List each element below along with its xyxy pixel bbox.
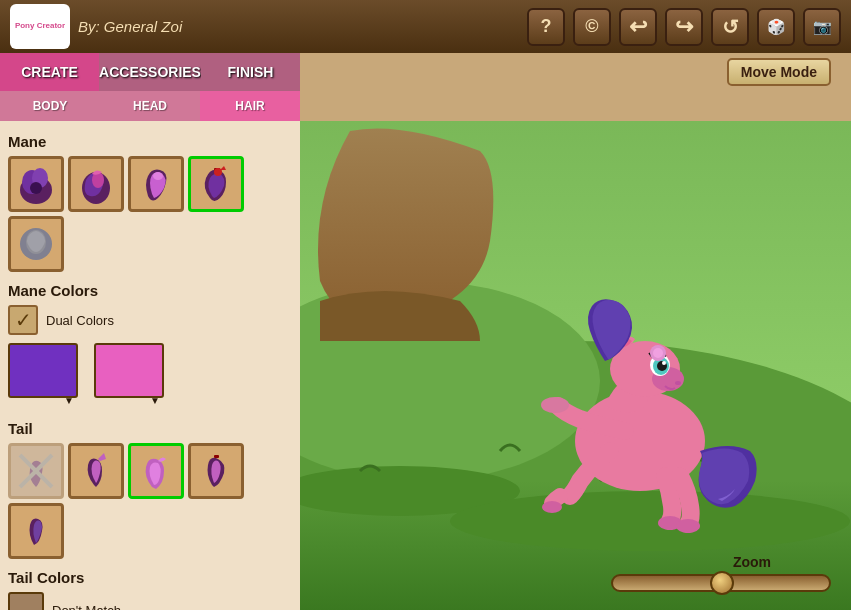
mane-color-2-swatch[interactable]: ▼ [94, 343, 164, 408]
zoom-label: Zoom [733, 554, 771, 570]
main-layout: Mane [0, 121, 851, 610]
mane-colors-title: Mane Colors [8, 282, 292, 299]
svg-point-35 [676, 519, 700, 533]
sub-tab-body[interactable]: BODY [0, 91, 100, 121]
dual-colors-label: Dual Colors [46, 313, 114, 328]
color-swatches-row: ▼ ▼ [8, 343, 292, 408]
tail-options-grid [8, 443, 292, 559]
svg-point-19 [450, 491, 850, 551]
tail-title: Tail [8, 420, 292, 437]
zoom-container: Zoom [611, 554, 831, 592]
tail-option-4[interactable] [188, 443, 244, 499]
tab-create[interactable]: CREATE [0, 53, 99, 91]
mane-color-2-arrow: ▼ [150, 395, 160, 406]
tab-accessories[interactable]: ACCESSORIES [99, 53, 201, 91]
mane-option-1[interactable] [8, 156, 64, 212]
mane-color-1 [8, 343, 78, 398]
svg-point-27 [662, 361, 666, 365]
undo-button[interactable]: ↩ [619, 8, 657, 46]
redo-button[interactable]: ↪ [665, 8, 703, 46]
mane-option-5[interactable] [8, 216, 64, 272]
right-nav-area: Move Mode [300, 54, 851, 90]
tab-finish[interactable]: FINISH [201, 53, 300, 91]
zoom-slider-track[interactable] [611, 574, 831, 592]
mane-color-1-arrow: ▼ [64, 395, 74, 406]
mane-option-3[interactable] [128, 156, 184, 212]
mane-color-2 [94, 343, 164, 398]
camera-button[interactable]: 📷 [803, 8, 841, 46]
sub-tab-head[interactable]: HEAD [100, 91, 200, 121]
dont-match-row: Don't Match [8, 592, 292, 610]
nav-tabs: CREATE ACCESSORIES FINISH [0, 53, 300, 91]
app-logo: Pony Creator [10, 4, 70, 49]
sub-tabs: BODY HEAD HAIR [0, 91, 300, 121]
left-panel: Mane [0, 121, 300, 610]
mane-colors-section: ✓ Dual Colors ▼ ▼ [8, 305, 292, 408]
tail-option-2[interactable] [68, 443, 124, 499]
copyright-button[interactable]: © [573, 8, 611, 46]
mane-options-grid [8, 156, 292, 272]
mane-title: Mane [8, 133, 292, 150]
svg-point-6 [153, 172, 163, 180]
scene-svg [300, 121, 851, 610]
right-panel: Zoom [300, 121, 851, 610]
author-text: By: General Zoi [78, 18, 519, 35]
dual-colors-row: ✓ Dual Colors [8, 305, 292, 335]
sub-tab-hair[interactable]: HAIR [200, 91, 300, 121]
svg-point-32 [653, 348, 663, 358]
svg-point-3 [30, 182, 42, 194]
top-bar: Pony Creator By: General Zoi ? © ↩ ↪ ↺ 🎲… [0, 0, 851, 53]
move-mode-button[interactable]: Move Mode [727, 58, 831, 86]
svg-point-23 [675, 381, 681, 385]
nav-row: CREATE ACCESSORIES FINISH Move Mode [0, 53, 851, 91]
random-button[interactable]: 🎲 [757, 8, 795, 46]
tail-option-3[interactable] [128, 443, 184, 499]
tail-option-1[interactable] [8, 443, 64, 499]
tail-option-5[interactable] [8, 503, 64, 559]
svg-point-33 [541, 397, 569, 413]
mane-color-1-swatch[interactable]: ▼ [8, 343, 78, 408]
tail-color-swatch[interactable] [8, 592, 44, 610]
svg-point-36 [542, 501, 562, 513]
mane-option-2[interactable] [68, 156, 124, 212]
dont-match-label: Don't Match [52, 603, 121, 611]
reset-button[interactable]: ↺ [711, 8, 749, 46]
zoom-slider-thumb[interactable] [710, 571, 734, 595]
svg-rect-13 [214, 455, 219, 458]
mane-option-4[interactable] [188, 156, 244, 212]
tail-colors-title: Tail Colors [8, 569, 292, 586]
scene-background: Zoom [300, 121, 851, 610]
dual-colors-checkbox[interactable]: ✓ [8, 305, 38, 335]
help-button[interactable]: ? [527, 8, 565, 46]
